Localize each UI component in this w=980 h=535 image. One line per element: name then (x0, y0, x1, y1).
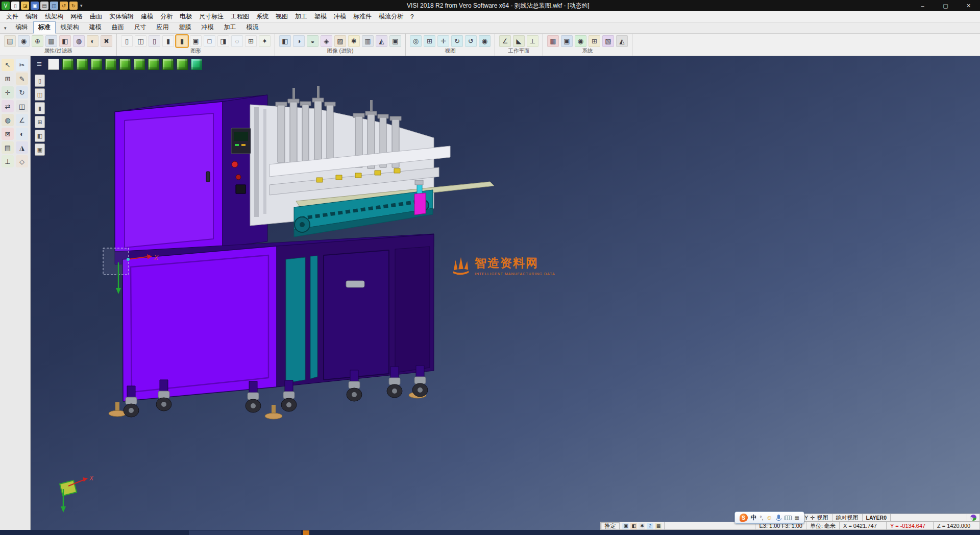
render-quality-icon[interactable]: ◧ (279, 35, 291, 47)
measure-icon[interactable]: ◍ (2, 114, 14, 126)
palette-wireframe-icon[interactable]: ▯ (35, 75, 45, 87)
left-view-icon[interactable] (105, 59, 116, 70)
viewport[interactable]: ≡ ▯◫▮⊞◧▣ (31, 56, 980, 530)
offset-icon[interactable]: ◫ (16, 100, 28, 112)
wireframe-cylinder-icon[interactable]: ▯ (121, 35, 133, 47)
hidden-line-cylinder-icon[interactable]: ◫ (135, 35, 146, 47)
palette-half-icon[interactable]: ◧ (35, 130, 45, 142)
ghost-view-icon[interactable]: ◌ (231, 35, 243, 47)
window-copy-icon[interactable]: ◫ (50, 2, 58, 10)
menu-item[interactable]: 系统 (253, 12, 272, 21)
normal-icon[interactable]: ⊥ (2, 155, 14, 167)
palette-hidden-icon[interactable]: ◫ (35, 88, 45, 101)
menu-item[interactable]: 标准件 (350, 12, 375, 21)
iso-view-icon[interactable] (62, 59, 74, 70)
tab[interactable]: 塑膜 (174, 21, 197, 34)
tab[interactable]: 模流 (241, 21, 264, 34)
ime-mic-icon[interactable] (776, 515, 781, 521)
section-view-icon[interactable]: ◨ (217, 35, 229, 47)
settings-tool-icon[interactable]: ✱ (639, 523, 645, 529)
reflection-icon[interactable]: ◒ (307, 35, 318, 47)
shaded-edges-icon[interactable]: ▣ (190, 35, 202, 47)
sketch-icon[interactable]: ✎ (16, 72, 28, 85)
palette-grid-icon[interactable]: ⊞ (35, 116, 45, 128)
tab[interactable]: 尺寸 (129, 21, 152, 34)
layers-icon[interactable]: ▤ (2, 141, 14, 154)
tab[interactable]: 线架构 (56, 21, 84, 34)
menu-item[interactable]: 电极 (176, 12, 195, 21)
redo-icon[interactable]: ↻ (69, 2, 78, 10)
front-view-icon[interactable] (77, 59, 88, 70)
color-palette-icon[interactable]: ▦ (547, 35, 559, 47)
view-mode-indicator[interactable]: 绝对视图 (832, 514, 862, 522)
menu-item[interactable]: 编辑 (22, 12, 41, 21)
trimetric-view-icon[interactable] (162, 59, 174, 70)
match-properties-icon[interactable]: ◉ (18, 35, 30, 47)
bottom-view-icon[interactable] (148, 59, 159, 70)
capture-tool-icon[interactable]: ▣ (622, 523, 629, 529)
workplane-xy-icon[interactable]: ∠ (499, 35, 511, 47)
grid-tool-icon[interactable]: ▦ (655, 523, 662, 529)
palette-solid-icon[interactable]: ▮ (35, 102, 45, 114)
rotate-icon[interactable]: ↻ (16, 86, 28, 99)
table-icon[interactable]: ⊞ (589, 35, 600, 47)
attributes-icon[interactable]: ▤ (4, 35, 16, 47)
menu-item[interactable]: 加工 (291, 12, 311, 21)
undo-icon[interactable]: ↺ (60, 2, 68, 10)
tab[interactable]: 标准 (33, 21, 56, 34)
new-file-icon[interactable]: ▯ (11, 2, 19, 10)
lock-toggle[interactable]: 拴定 (600, 522, 619, 530)
workplane-align-icon[interactable]: ◣ (513, 35, 525, 47)
render-view-icon[interactable] (191, 59, 202, 70)
material-icon[interactable]: ◈ (321, 35, 332, 47)
menu-item[interactable]: 视图 (272, 12, 291, 21)
rotate-view-icon[interactable]: ↻ (451, 35, 463, 47)
render-mode-button[interactable] (967, 514, 980, 522)
highlight-view-icon[interactable]: ✦ (259, 35, 271, 47)
save-file-icon[interactable]: ▣ (31, 2, 39, 10)
open-file-icon[interactable]: ◪ (21, 2, 29, 10)
ime-lang-toggle[interactable]: 中 (751, 514, 757, 522)
ime-toolbox-icon[interactable]: ▦ (795, 515, 799, 521)
pattern-icon[interactable]: ▧ (602, 35, 614, 47)
pan-view-icon[interactable]: ✛ (437, 35, 449, 47)
layer-indicator[interactable]: LAYER0 (862, 514, 890, 522)
menu-item[interactable]: 冲模 (330, 12, 350, 21)
menu-item[interactable]: 建模 (137, 12, 157, 21)
menu-item[interactable]: 塑模 (311, 12, 330, 21)
menu-item[interactable]: ? (407, 13, 418, 20)
pyramid-icon[interactable]: ◭ (616, 35, 628, 47)
blank-view-icon[interactable] (48, 59, 59, 70)
menu-item[interactable]: 线架构 (41, 12, 67, 21)
right-view-icon[interactable] (119, 59, 131, 70)
menu-item[interactable]: 曲面 (86, 12, 106, 21)
type-filter-icon[interactable]: ◍ (73, 35, 85, 47)
background-icon[interactable]: ▥ (362, 35, 374, 47)
tab[interactable]: 加工 (219, 21, 241, 34)
dynamic-view-icon[interactable]: ◉ (479, 35, 491, 47)
viewport-menu-icon[interactable]: ≡ (34, 59, 45, 70)
ime-keyboard-icon[interactable] (785, 516, 792, 520)
visibility-filter-icon[interactable]: ◐ (87, 35, 99, 47)
menu-item[interactable]: 尺寸标注 (195, 12, 227, 21)
tab[interactable]: 建模 (84, 21, 107, 34)
tab[interactable]: 应用 (152, 21, 174, 34)
ime-punct-toggle[interactable]: °, (760, 515, 764, 521)
close-button[interactable]: ✕ (957, 0, 980, 11)
machine-model[interactable]: X X (31, 56, 980, 530)
clear-filter-icon[interactable]: ✖ (101, 35, 112, 47)
solid-cylinder-icon[interactable]: ▮ (162, 35, 174, 47)
dashed-cylinder-icon[interactable]: ▯ (149, 35, 160, 47)
edges-only-icon[interactable]: ⊞ (245, 35, 257, 47)
capture-image-icon[interactable]: ▣ (389, 35, 401, 47)
maximize-button[interactable]: ▢ (934, 0, 957, 11)
snap-grid-icon[interactable]: ⊞ (2, 72, 14, 85)
delete-icon[interactable]: ⊠ (2, 128, 14, 140)
shade-icon[interactable]: ◐ (16, 128, 28, 140)
clip-plane-icon[interactable]: ◭ (376, 35, 387, 47)
menu-item[interactable]: 文件 (3, 12, 22, 21)
copy-attributes-icon[interactable]: ⊕ (32, 35, 43, 47)
tab[interactable]: 冲模 (197, 21, 219, 34)
menu-item[interactable]: 分析 (157, 12, 176, 21)
menu-item[interactable]: 网格 (67, 12, 86, 21)
